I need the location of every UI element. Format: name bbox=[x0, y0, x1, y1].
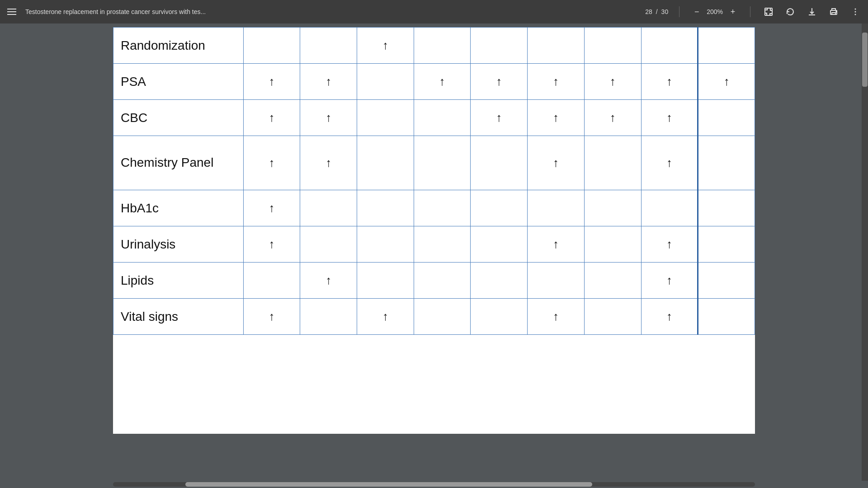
vertical-scrollbar-thumb[interactable] bbox=[862, 33, 868, 87]
up-arrow-icon: ↑ bbox=[666, 156, 672, 169]
table-cell bbox=[300, 28, 357, 64]
page-current[interactable]: 28 bbox=[645, 8, 652, 15]
up-arrow-icon: ↑ bbox=[553, 75, 559, 88]
table-cell bbox=[471, 226, 528, 263]
table-cell: ↑ bbox=[641, 64, 698, 100]
fit-page-button[interactable] bbox=[761, 5, 776, 19]
table-cell: ↑ bbox=[300, 100, 357, 136]
table-row: Urinalysis↑↑↑ bbox=[113, 226, 755, 263]
zoom-level: 200% bbox=[707, 8, 723, 15]
up-arrow-icon: ↑ bbox=[553, 156, 559, 169]
print-button[interactable] bbox=[826, 5, 841, 19]
up-arrow-icon: ↑ bbox=[496, 75, 502, 88]
table-cell: ↑ bbox=[641, 136, 698, 190]
row-label: HbA1c bbox=[113, 190, 244, 226]
table-cell: ↑ bbox=[471, 100, 528, 136]
zoom-out-button[interactable]: − bbox=[690, 5, 703, 18]
row-label: Lipids bbox=[113, 263, 244, 299]
table-cell bbox=[300, 190, 357, 226]
table-cell: ↑ bbox=[414, 64, 471, 100]
svg-point-4 bbox=[855, 9, 856, 10]
main-content: Randomization↑PSA↑↑↑↑↑↑↑↑CBC↑↑↑↑↑↑Chemis… bbox=[0, 23, 868, 481]
up-arrow-icon: ↑ bbox=[610, 111, 616, 124]
table-cell bbox=[584, 299, 641, 335]
table-cell bbox=[357, 226, 414, 263]
up-arrow-icon: ↑ bbox=[666, 310, 672, 323]
up-arrow-icon: ↑ bbox=[269, 75, 274, 88]
table-cell bbox=[243, 28, 300, 64]
table-cell: ↑ bbox=[243, 190, 300, 226]
table-cell: ↑ bbox=[300, 64, 357, 100]
toolbar-right-icons bbox=[761, 5, 863, 19]
table-row: HbA1c↑ bbox=[113, 190, 755, 226]
table-cell: ↑ bbox=[300, 263, 357, 299]
table-cell: ↑ bbox=[357, 28, 414, 64]
scrollbar-track[interactable] bbox=[113, 482, 755, 487]
table-cell bbox=[357, 100, 414, 136]
up-arrow-icon: ↑ bbox=[269, 111, 274, 124]
up-arrow-icon: ↑ bbox=[666, 273, 672, 287]
table-cell bbox=[471, 263, 528, 299]
up-arrow-icon: ↑ bbox=[269, 201, 274, 215]
table-cell bbox=[357, 190, 414, 226]
table-cell bbox=[414, 226, 471, 263]
table-cell bbox=[414, 263, 471, 299]
table-cell: ↑ bbox=[243, 226, 300, 263]
table-cell bbox=[641, 28, 698, 64]
row-label: PSA bbox=[113, 64, 244, 100]
table-cell bbox=[414, 299, 471, 335]
table-cell: ↑ bbox=[698, 64, 755, 100]
download-button[interactable] bbox=[805, 5, 819, 19]
table-row: Randomization↑ bbox=[113, 28, 755, 64]
table-cell bbox=[698, 226, 755, 263]
more-options-button[interactable] bbox=[848, 5, 863, 19]
schedule-table: Randomization↑PSA↑↑↑↑↑↑↑↑CBC↑↑↑↑↑↑Chemis… bbox=[113, 27, 755, 335]
up-arrow-icon: ↑ bbox=[496, 111, 502, 124]
pdf-page: Randomization↑PSA↑↑↑↑↑↑↑↑CBC↑↑↑↑↑↑Chemis… bbox=[113, 27, 755, 434]
up-arrow-icon: ↑ bbox=[326, 273, 331, 287]
up-arrow-icon: ↑ bbox=[326, 111, 331, 124]
table-row: PSA↑↑↑↑↑↑↑↑ bbox=[113, 64, 755, 100]
table-cell bbox=[471, 190, 528, 226]
table-cell bbox=[528, 28, 585, 64]
up-arrow-icon: ↑ bbox=[326, 156, 331, 169]
table-cell bbox=[584, 28, 641, 64]
table-cell bbox=[357, 136, 414, 190]
table-cell bbox=[243, 263, 300, 299]
divider-1 bbox=[679, 6, 679, 17]
table-cell: ↑ bbox=[471, 64, 528, 100]
zoom-in-button[interactable]: + bbox=[726, 5, 739, 18]
menu-icon[interactable] bbox=[5, 7, 18, 17]
table-cell bbox=[641, 190, 698, 226]
row-label: Urinalysis bbox=[113, 226, 244, 263]
rotate-button[interactable] bbox=[783, 5, 797, 19]
svg-rect-0 bbox=[765, 8, 772, 15]
up-arrow-icon: ↑ bbox=[439, 75, 445, 88]
vertical-scrollbar[interactable] bbox=[862, 23, 868, 481]
up-arrow-icon: ↑ bbox=[666, 237, 672, 251]
table-cell: ↑ bbox=[243, 136, 300, 190]
table-cell bbox=[414, 100, 471, 136]
table-cell: ↑ bbox=[584, 100, 641, 136]
table-cell: ↑ bbox=[528, 136, 585, 190]
scrollbar-thumb[interactable] bbox=[185, 482, 592, 487]
table-cell bbox=[698, 28, 755, 64]
table-cell bbox=[698, 190, 755, 226]
table-cell bbox=[300, 299, 357, 335]
horizontal-scrollbar[interactable] bbox=[0, 481, 868, 488]
table-cell bbox=[357, 64, 414, 100]
up-arrow-icon: ↑ bbox=[610, 75, 616, 88]
table-cell bbox=[300, 226, 357, 263]
table-cell bbox=[357, 263, 414, 299]
table-cell bbox=[698, 136, 755, 190]
row-label: Chemistry Panel bbox=[113, 136, 244, 190]
table-cell: ↑ bbox=[300, 136, 357, 190]
table-cell: ↑ bbox=[243, 100, 300, 136]
table-cell bbox=[584, 136, 641, 190]
table-cell bbox=[414, 136, 471, 190]
table-cell: ↑ bbox=[641, 100, 698, 136]
table-cell bbox=[698, 299, 755, 335]
svg-point-3 bbox=[836, 11, 837, 12]
row-label: Randomization bbox=[113, 28, 244, 64]
page-total: 30 bbox=[661, 8, 669, 15]
